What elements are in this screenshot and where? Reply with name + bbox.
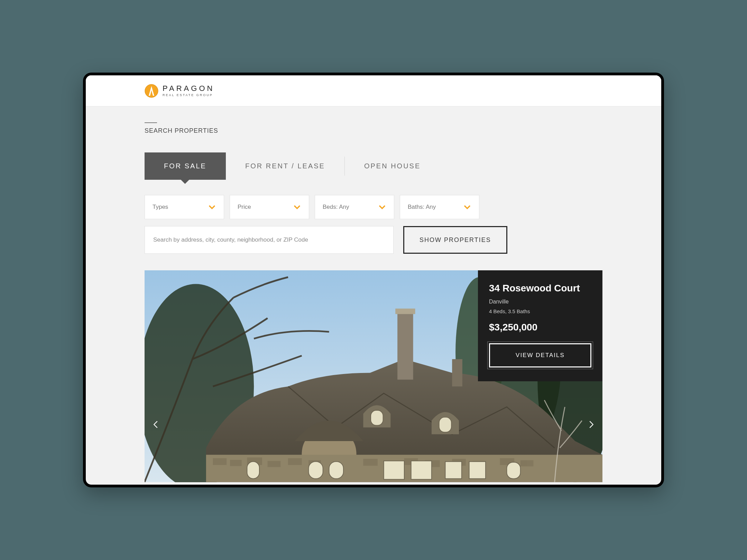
carousel-prev-button[interactable] xyxy=(149,418,163,431)
chevron-down-icon xyxy=(293,203,301,211)
button-label: VIEW DETAILS xyxy=(516,352,565,358)
svg-rect-28 xyxy=(411,461,432,479)
listing-specs: 4 Beds, 3.5 Baths xyxy=(489,308,591,314)
filter-baths[interactable]: Baths: Any xyxy=(400,195,479,219)
svg-rect-29 xyxy=(445,461,461,478)
screen: PARAGON REAL ESTATE GROUP SEARCH PROPERT… xyxy=(86,75,661,485)
filter-label: Price xyxy=(238,204,251,211)
section-label: SEARCH PROPERTIES xyxy=(145,127,218,137)
show-properties-button[interactable]: SHOW PROPERTIES xyxy=(403,226,507,254)
svg-rect-24 xyxy=(247,461,259,478)
svg-rect-23 xyxy=(520,460,534,466)
svg-rect-6 xyxy=(397,311,413,380)
listing-city: Danville xyxy=(489,299,591,305)
carousel-next-button[interactable] xyxy=(584,418,598,431)
paragon-logo-icon xyxy=(145,84,158,98)
filter-types[interactable]: Types xyxy=(145,195,224,219)
svg-rect-13 xyxy=(268,461,281,467)
svg-rect-31 xyxy=(507,462,520,478)
listing-price: $3,250,000 xyxy=(489,322,591,333)
view-details-button[interactable]: VIEW DETAILS xyxy=(489,343,591,367)
svg-rect-11 xyxy=(230,460,242,466)
svg-rect-27 xyxy=(384,461,404,479)
listing-address: 34 Rosewood Court xyxy=(489,283,591,294)
listing-card: 34 Rosewood Court Danville 4 Beds, 3.5 B… xyxy=(478,270,602,381)
tab-label: OPEN HOUSE xyxy=(364,162,421,170)
button-label: SHOW PROPERTIES xyxy=(419,236,491,243)
filter-price[interactable]: Price xyxy=(230,195,309,219)
filter-beds[interactable]: Beds: Any xyxy=(315,195,394,219)
filter-label: Types xyxy=(153,204,168,211)
tab-for-sale[interactable]: FOR SALE xyxy=(145,152,226,180)
brand-tagline: REAL ESTATE GROUP xyxy=(163,94,214,97)
brand-text: PARAGON REAL ESTATE GROUP xyxy=(163,85,214,97)
content: SEARCH PROPERTIES FOR SALE FOR RENT / LE… xyxy=(86,106,661,485)
listing-hero: 34 Rosewood Court Danville 4 Beds, 3.5 B… xyxy=(145,270,602,485)
svg-rect-14 xyxy=(288,458,302,465)
device-frame: PARAGON REAL ESTATE GROUP SEARCH PROPERT… xyxy=(83,73,664,487)
svg-rect-7 xyxy=(395,309,415,314)
tab-label: FOR SALE xyxy=(164,162,206,170)
svg-rect-32 xyxy=(371,410,383,425)
topbar: PARAGON REAL ESTATE GROUP xyxy=(86,75,661,106)
svg-rect-26 xyxy=(329,461,343,478)
svg-rect-25 xyxy=(308,461,323,478)
filter-row: Types Price Beds: Any Baths: Any xyxy=(145,195,602,219)
search-input[interactable] xyxy=(145,226,394,254)
svg-rect-10 xyxy=(213,458,227,465)
chevron-right-icon xyxy=(587,420,596,429)
svg-rect-33 xyxy=(439,417,452,432)
svg-rect-30 xyxy=(469,461,486,478)
filter-label: Baths: Any xyxy=(408,204,436,211)
search-tabs: FOR SALE FOR RENT / LEASE OPEN HOUSE xyxy=(145,152,602,180)
chevron-down-icon xyxy=(378,203,386,211)
chevron-left-icon xyxy=(151,420,160,429)
chevron-down-icon xyxy=(463,203,471,211)
tab-label: FOR RENT / LEASE xyxy=(245,162,325,170)
svg-rect-8 xyxy=(452,359,462,386)
svg-rect-16 xyxy=(363,459,377,466)
search-row: SHOW PROPERTIES xyxy=(145,226,602,254)
brand-logo[interactable]: PARAGON REAL ESTATE GROUP xyxy=(145,84,214,98)
filter-label: Beds: Any xyxy=(323,204,349,211)
chevron-down-icon xyxy=(208,203,216,211)
tab-for-rent[interactable]: FOR RENT / LEASE xyxy=(226,152,344,180)
tab-open-house[interactable]: OPEN HOUSE xyxy=(345,152,440,180)
brand-name: PARAGON xyxy=(163,85,214,92)
